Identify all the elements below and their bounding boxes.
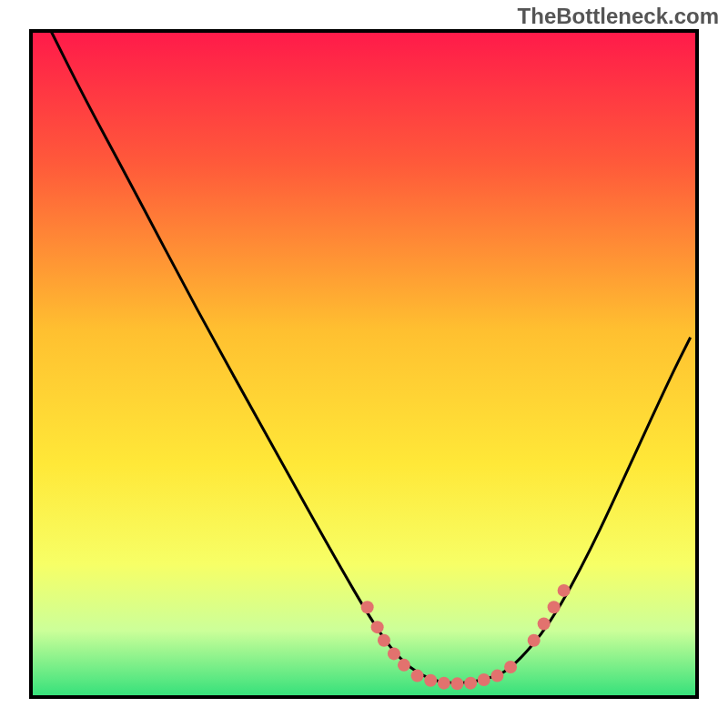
curve-marker bbox=[464, 677, 477, 690]
curve-marker bbox=[388, 647, 400, 660]
curve-marker bbox=[478, 673, 490, 686]
bottleneck-chart bbox=[0, 0, 728, 728]
curve-marker bbox=[538, 617, 551, 630]
curve-marker bbox=[411, 670, 424, 682]
curve-marker bbox=[424, 674, 437, 687]
curve-marker bbox=[504, 661, 517, 673]
curve-marker bbox=[450, 677, 463, 690]
curve-marker bbox=[490, 670, 503, 682]
watermark-text: TheBottleneck.com bbox=[518, 4, 719, 29]
curve-marker bbox=[548, 601, 561, 613]
curve-marker bbox=[438, 677, 450, 690]
curve-marker bbox=[528, 634, 541, 647]
chart-container: TheBottleneck.com bbox=[0, 0, 728, 728]
curve-marker bbox=[398, 659, 410, 672]
curve-marker bbox=[558, 584, 571, 597]
curve-marker bbox=[378, 634, 390, 647]
curve-marker bbox=[361, 601, 374, 613]
curve-marker bbox=[371, 621, 384, 633]
plot-background bbox=[31, 31, 697, 697]
